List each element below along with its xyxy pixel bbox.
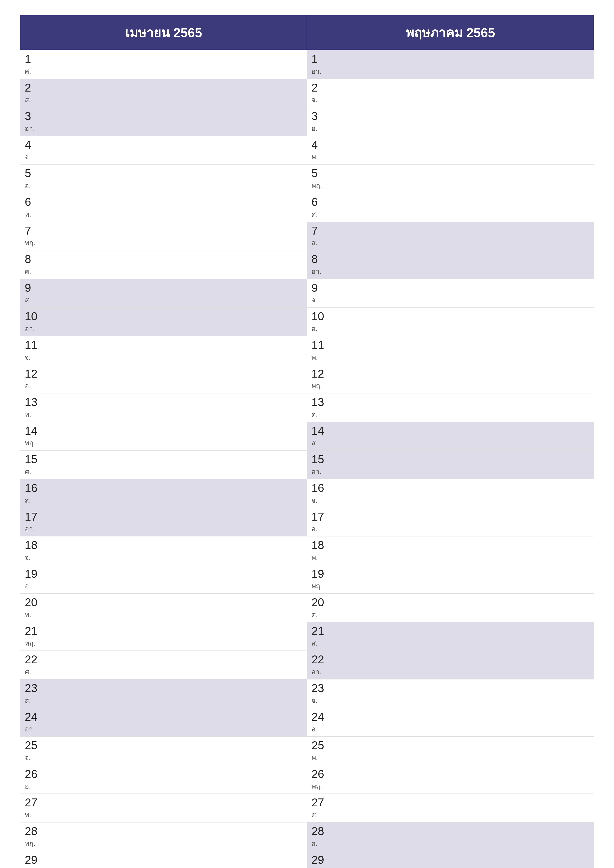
day-number-m1-d18: 19 [311, 567, 589, 580]
day-number-m0-d13: 14 [25, 425, 302, 437]
day-number-m0-d8: 9 [25, 282, 302, 294]
day-name-m1-d6: ส. [311, 237, 589, 248]
day-number-m1-d6: 7 [311, 225, 589, 237]
day-number-m1-d27: 28 [311, 825, 589, 837]
day-name-m0-d25: อ. [25, 781, 302, 792]
day-name-m1-d19: ศ. [311, 609, 589, 620]
day-name-m1-d5: ศ. [311, 209, 589, 220]
day-number-m1-d24: 25 [311, 739, 589, 752]
day-number-m0-d3: 4 [25, 139, 302, 151]
day-row-m1-d6: 7ส. [307, 222, 594, 251]
day-name-m1-d27: ส. [311, 838, 589, 849]
day-row-m0-d16: 17อา. [20, 508, 307, 537]
day-row-m1-d20: 21ส. [307, 622, 594, 651]
day-number-m1-d20: 21 [311, 625, 589, 637]
day-row-m1-d18: 19พฤ. [307, 565, 594, 594]
day-number-m0-d9: 10 [25, 310, 302, 322]
day-number-m1-d7: 8 [311, 253, 589, 265]
day-number-m1-d4: 5 [311, 167, 589, 180]
day-row-m0-d7: 8ศ. [20, 250, 307, 279]
day-row-m0-d3: 4จ. [20, 136, 307, 165]
day-number-m1-d12: 13 [311, 396, 589, 409]
day-number-m0-d25: 26 [25, 768, 302, 780]
day-row-m1-d9: 10อ. [307, 308, 594, 336]
day-number-m1-d13: 14 [311, 425, 589, 437]
day-number-m1-d1: 2 [311, 81, 589, 94]
day-row-m0-d1: 2ส. [20, 79, 307, 108]
day-name-m1-d22: จ. [311, 695, 589, 706]
day-name-m0-d7: ศ. [25, 266, 302, 277]
day-name-m0-d17: จ. [25, 552, 302, 563]
day-row-m0-d24: 25จ. [20, 736, 307, 765]
day-name-m1-d14: อา. [311, 466, 589, 477]
day-name-m1-d2: อ. [311, 123, 589, 134]
day-name-m1-d25: พฤ. [311, 781, 589, 792]
day-number-m1-d14: 15 [311, 453, 589, 466]
day-row-m1-d12: 13ศ. [307, 394, 594, 422]
day-row-m1-d26: 27ศ. [307, 794, 594, 823]
day-name-m0-d28: ศ. [25, 866, 302, 868]
day-name-m0-d16: อา. [25, 523, 302, 534]
day-name-m1-d8: จ. [311, 294, 589, 305]
day-name-m1-d26: ศ. [311, 809, 589, 820]
day-row-m0-d12: 13พ. [20, 394, 307, 422]
day-number-m0-d21: 22 [25, 653, 302, 666]
day-row-m1-d0: 1อา. [307, 50, 594, 79]
day-name-m1-d1: จ. [311, 94, 589, 105]
month-header-1: พฤษภาคม 2565 [307, 16, 594, 50]
day-row-m0-d9: 10อา. [20, 308, 307, 336]
day-name-m1-d21: อา. [311, 666, 589, 677]
day-number-m0-d24: 25 [25, 739, 302, 752]
day-name-m0-d23: อา. [25, 724, 302, 735]
day-row-m0-d0: 1ศ. [20, 50, 307, 79]
day-row-m0-d20: 21พฤ. [20, 622, 307, 651]
day-number-m0-d2: 3 [25, 110, 302, 122]
day-number-m0-d17: 18 [25, 539, 302, 552]
day-row-m0-d17: 18จ. [20, 536, 307, 565]
day-name-m0-d15: ส. [25, 495, 302, 506]
day-number-m1-d10: 11 [311, 339, 589, 351]
day-row-m1-d23: 24อ. [307, 708, 594, 737]
day-number-m0-d4: 5 [25, 167, 302, 180]
day-name-m0-d9: อา. [25, 323, 302, 334]
day-name-m1-d13: ส. [311, 437, 589, 448]
day-name-m0-d6: พฤ. [25, 237, 302, 248]
month-column-0: เมษายน 25651ศ.2ส.3อา.4จ.5อ.6พ.7พฤ.8ศ.9ส.… [20, 16, 307, 868]
day-row-m1-d10: 11พ. [307, 336, 594, 365]
day-name-m0-d10: จ. [25, 352, 302, 363]
day-row-m1-d16: 17อ. [307, 508, 594, 537]
day-number-m0-d11: 12 [25, 367, 302, 380]
day-number-m0-d12: 13 [25, 396, 302, 409]
day-number-m1-d17: 18 [311, 539, 589, 552]
day-number-m0-d18: 19 [25, 567, 302, 580]
day-name-m0-d14: ศ. [25, 466, 302, 477]
day-number-m1-d23: 24 [311, 711, 589, 723]
day-name-m0-d22: ส. [25, 695, 302, 706]
day-number-m1-d21: 22 [311, 653, 589, 666]
day-row-m1-d17: 18พ. [307, 536, 594, 565]
day-row-m0-d26: 27พ. [20, 794, 307, 823]
day-row-m0-d15: 16ส. [20, 479, 307, 508]
day-row-m1-d28: 29อา. [307, 851, 594, 868]
day-number-m0-d22: 23 [25, 682, 302, 694]
day-number-m1-d0: 1 [311, 53, 589, 65]
day-number-m1-d3: 4 [311, 139, 589, 151]
day-number-m0-d19: 20 [25, 596, 302, 609]
day-row-m1-d1: 2จ. [307, 79, 594, 108]
day-number-m1-d15: 16 [311, 482, 589, 494]
day-row-m0-d8: 9ส. [20, 279, 307, 308]
day-name-m1-d18: พฤ. [311, 580, 589, 591]
day-row-m0-d23: 24อา. [20, 708, 307, 737]
day-number-m1-d9: 10 [311, 310, 589, 322]
day-name-m1-d9: อ. [311, 323, 589, 334]
day-number-m0-d5: 6 [25, 196, 302, 208]
day-row-m0-d13: 14พฤ. [20, 422, 307, 451]
day-name-m0-d1: ส. [25, 94, 302, 105]
day-number-m1-d8: 9 [311, 282, 589, 294]
day-name-m1-d16: อ. [311, 523, 589, 534]
calendar-grid: เมษายน 25651ศ.2ส.3อา.4จ.5อ.6พ.7พฤ.8ศ.9ส.… [20, 15, 594, 868]
month-header-0: เมษายน 2565 [20, 16, 307, 50]
day-name-m0-d0: ศ. [25, 66, 302, 77]
day-name-m0-d12: พ. [25, 409, 302, 420]
day-row-m1-d5: 6ศ. [307, 193, 594, 222]
